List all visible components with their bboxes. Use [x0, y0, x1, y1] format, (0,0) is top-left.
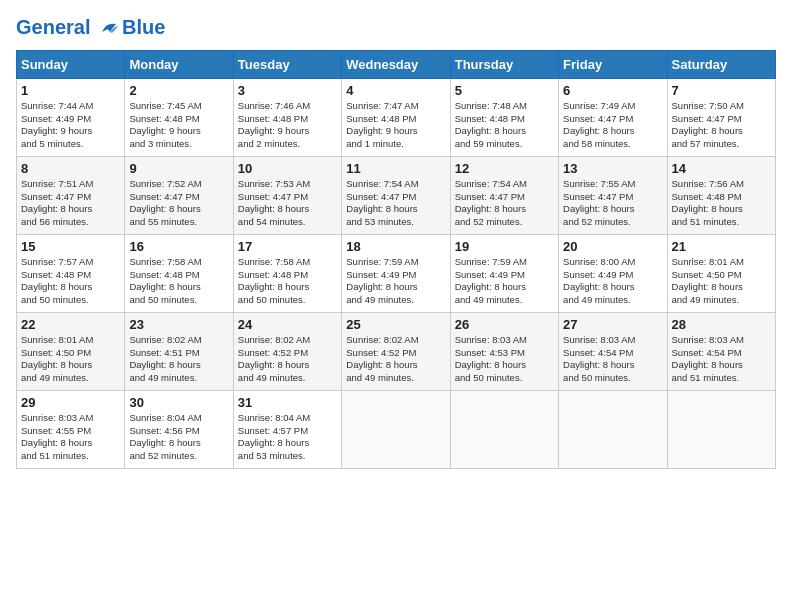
day-number: 7 [672, 83, 771, 98]
day-detail: Sunrise: 7:47 AMSunset: 4:48 PMDaylight:… [346, 100, 445, 151]
calendar-cell: 24Sunrise: 8:02 AMSunset: 4:52 PMDayligh… [233, 312, 341, 390]
day-number: 6 [563, 83, 662, 98]
calendar-cell [450, 390, 558, 468]
calendar-table: SundayMondayTuesdayWednesdayThursdayFrid… [16, 50, 776, 469]
day-number: 18 [346, 239, 445, 254]
day-detail: Sunrise: 7:50 AMSunset: 4:47 PMDaylight:… [672, 100, 771, 151]
calendar-cell: 21Sunrise: 8:01 AMSunset: 4:50 PMDayligh… [667, 234, 775, 312]
day-number: 15 [21, 239, 120, 254]
calendar-cell: 31Sunrise: 8:04 AMSunset: 4:57 PMDayligh… [233, 390, 341, 468]
calendar-week-5: 29Sunrise: 8:03 AMSunset: 4:55 PMDayligh… [17, 390, 776, 468]
calendar-cell: 22Sunrise: 8:01 AMSunset: 4:50 PMDayligh… [17, 312, 125, 390]
calendar-cell: 6Sunrise: 7:49 AMSunset: 4:47 PMDaylight… [559, 78, 667, 156]
calendar-week-1: 1Sunrise: 7:44 AMSunset: 4:49 PMDaylight… [17, 78, 776, 156]
day-number: 22 [21, 317, 120, 332]
calendar-cell: 25Sunrise: 8:02 AMSunset: 4:52 PMDayligh… [342, 312, 450, 390]
calendar-week-3: 15Sunrise: 7:57 AMSunset: 4:48 PMDayligh… [17, 234, 776, 312]
day-number: 2 [129, 83, 228, 98]
day-detail: Sunrise: 7:45 AMSunset: 4:48 PMDaylight:… [129, 100, 228, 151]
day-number: 21 [672, 239, 771, 254]
calendar-cell: 26Sunrise: 8:03 AMSunset: 4:53 PMDayligh… [450, 312, 558, 390]
logo-blue: Blue [122, 16, 165, 39]
header: General Blue [16, 16, 776, 40]
calendar-cell [559, 390, 667, 468]
calendar-cell: 12Sunrise: 7:54 AMSunset: 4:47 PMDayligh… [450, 156, 558, 234]
day-detail: Sunrise: 8:00 AMSunset: 4:49 PMDaylight:… [563, 256, 662, 307]
day-number: 29 [21, 395, 120, 410]
calendar-cell: 17Sunrise: 7:58 AMSunset: 4:48 PMDayligh… [233, 234, 341, 312]
col-header-sunday: Sunday [17, 50, 125, 78]
day-number: 5 [455, 83, 554, 98]
calendar-cell: 13Sunrise: 7:55 AMSunset: 4:47 PMDayligh… [559, 156, 667, 234]
calendar-cell: 7Sunrise: 7:50 AMSunset: 4:47 PMDaylight… [667, 78, 775, 156]
logo: General Blue [16, 16, 165, 40]
calendar-week-4: 22Sunrise: 8:01 AMSunset: 4:50 PMDayligh… [17, 312, 776, 390]
day-detail: Sunrise: 8:02 AMSunset: 4:51 PMDaylight:… [129, 334, 228, 385]
calendar-cell: 23Sunrise: 8:02 AMSunset: 4:51 PMDayligh… [125, 312, 233, 390]
day-number: 12 [455, 161, 554, 176]
day-number: 27 [563, 317, 662, 332]
calendar-cell: 16Sunrise: 7:58 AMSunset: 4:48 PMDayligh… [125, 234, 233, 312]
calendar-cell: 28Sunrise: 8:03 AMSunset: 4:54 PMDayligh… [667, 312, 775, 390]
col-header-wednesday: Wednesday [342, 50, 450, 78]
day-number: 16 [129, 239, 228, 254]
calendar-cell: 18Sunrise: 7:59 AMSunset: 4:49 PMDayligh… [342, 234, 450, 312]
calendar-cell: 30Sunrise: 8:04 AMSunset: 4:56 PMDayligh… [125, 390, 233, 468]
calendar-cell: 11Sunrise: 7:54 AMSunset: 4:47 PMDayligh… [342, 156, 450, 234]
logo-bird-icon [98, 18, 120, 40]
day-detail: Sunrise: 7:55 AMSunset: 4:47 PMDaylight:… [563, 178, 662, 229]
day-detail: Sunrise: 8:02 AMSunset: 4:52 PMDaylight:… [346, 334, 445, 385]
day-number: 1 [21, 83, 120, 98]
day-number: 8 [21, 161, 120, 176]
calendar-cell: 29Sunrise: 8:03 AMSunset: 4:55 PMDayligh… [17, 390, 125, 468]
calendar-cell: 5Sunrise: 7:48 AMSunset: 4:48 PMDaylight… [450, 78, 558, 156]
day-detail: Sunrise: 7:56 AMSunset: 4:48 PMDaylight:… [672, 178, 771, 229]
calendar-cell: 10Sunrise: 7:53 AMSunset: 4:47 PMDayligh… [233, 156, 341, 234]
day-detail: Sunrise: 7:54 AMSunset: 4:47 PMDaylight:… [346, 178, 445, 229]
day-detail: Sunrise: 7:53 AMSunset: 4:47 PMDaylight:… [238, 178, 337, 229]
day-number: 19 [455, 239, 554, 254]
day-detail: Sunrise: 7:48 AMSunset: 4:48 PMDaylight:… [455, 100, 554, 151]
day-number: 25 [346, 317, 445, 332]
calendar-week-2: 8Sunrise: 7:51 AMSunset: 4:47 PMDaylight… [17, 156, 776, 234]
calendar-cell [342, 390, 450, 468]
calendar-cell [667, 390, 775, 468]
calendar-cell: 8Sunrise: 7:51 AMSunset: 4:47 PMDaylight… [17, 156, 125, 234]
day-detail: Sunrise: 8:03 AMSunset: 4:54 PMDaylight:… [563, 334, 662, 385]
calendar-cell: 27Sunrise: 8:03 AMSunset: 4:54 PMDayligh… [559, 312, 667, 390]
day-number: 17 [238, 239, 337, 254]
day-number: 31 [238, 395, 337, 410]
col-header-thursday: Thursday [450, 50, 558, 78]
day-detail: Sunrise: 8:03 AMSunset: 4:54 PMDaylight:… [672, 334, 771, 385]
day-detail: Sunrise: 7:59 AMSunset: 4:49 PMDaylight:… [455, 256, 554, 307]
day-number: 4 [346, 83, 445, 98]
day-number: 13 [563, 161, 662, 176]
day-number: 26 [455, 317, 554, 332]
calendar-cell: 9Sunrise: 7:52 AMSunset: 4:47 PMDaylight… [125, 156, 233, 234]
day-number: 23 [129, 317, 228, 332]
col-header-saturday: Saturday [667, 50, 775, 78]
day-detail: Sunrise: 7:44 AMSunset: 4:49 PMDaylight:… [21, 100, 120, 151]
col-header-tuesday: Tuesday [233, 50, 341, 78]
day-detail: Sunrise: 8:02 AMSunset: 4:52 PMDaylight:… [238, 334, 337, 385]
day-detail: Sunrise: 7:51 AMSunset: 4:47 PMDaylight:… [21, 178, 120, 229]
day-number: 9 [129, 161, 228, 176]
day-detail: Sunrise: 8:03 AMSunset: 4:53 PMDaylight:… [455, 334, 554, 385]
day-number: 24 [238, 317, 337, 332]
day-detail: Sunrise: 7:58 AMSunset: 4:48 PMDaylight:… [129, 256, 228, 307]
day-detail: Sunrise: 8:01 AMSunset: 4:50 PMDaylight:… [672, 256, 771, 307]
day-detail: Sunrise: 7:46 AMSunset: 4:48 PMDaylight:… [238, 100, 337, 151]
day-detail: Sunrise: 8:01 AMSunset: 4:50 PMDaylight:… [21, 334, 120, 385]
day-detail: Sunrise: 7:57 AMSunset: 4:48 PMDaylight:… [21, 256, 120, 307]
page-container: General Blue SundayMondayTuesdayWednesda… [0, 0, 792, 477]
col-header-friday: Friday [559, 50, 667, 78]
calendar-cell: 3Sunrise: 7:46 AMSunset: 4:48 PMDaylight… [233, 78, 341, 156]
day-detail: Sunrise: 7:49 AMSunset: 4:47 PMDaylight:… [563, 100, 662, 151]
day-number: 20 [563, 239, 662, 254]
header-row: SundayMondayTuesdayWednesdayThursdayFrid… [17, 50, 776, 78]
day-number: 28 [672, 317, 771, 332]
day-number: 30 [129, 395, 228, 410]
day-number: 3 [238, 83, 337, 98]
calendar-cell: 19Sunrise: 7:59 AMSunset: 4:49 PMDayligh… [450, 234, 558, 312]
day-detail: Sunrise: 7:52 AMSunset: 4:47 PMDaylight:… [129, 178, 228, 229]
